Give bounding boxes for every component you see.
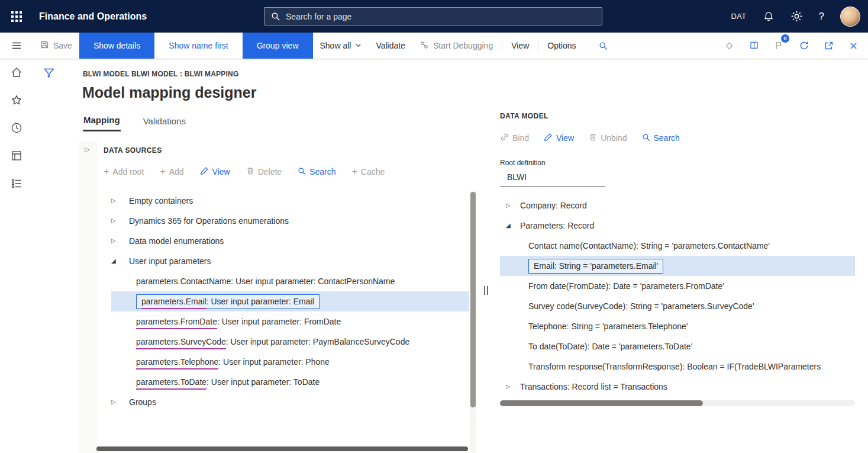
- bind-button[interactable]: Bind: [500, 133, 529, 143]
- show-details-button[interactable]: Show details: [79, 33, 154, 59]
- root-definition-field[interactable]: BLWI: [500, 170, 605, 187]
- user-avatar[interactable]: [840, 7, 860, 27]
- open-in-new-window-icon[interactable]: [819, 36, 838, 56]
- tree-item-parameters-surveycode[interactable]: parameters.SurveyCode: User input parame…: [96, 332, 469, 352]
- tree-item-parameters-email[interactable]: parameters.Email: User input parameter: …: [111, 291, 469, 311]
- tree-item-company[interactable]: Company: Record: [493, 195, 855, 216]
- waffle-grid-icon: [11, 11, 22, 22]
- search-button[interactable]: Search: [642, 133, 680, 143]
- scrollbar-thumb[interactable]: [500, 400, 703, 406]
- filter-funnel-icon[interactable]: [43, 66, 56, 79]
- tree-item-transform-response[interactable]: Transform response(TransformResponse): B…: [493, 356, 855, 377]
- chevron-collapsed-icon[interactable]: [111, 198, 120, 204]
- bell-icon[interactable]: [763, 11, 775, 23]
- collapse-pane-chevron-icon[interactable]: [85, 146, 89, 153]
- cache-button[interactable]: Cache: [351, 167, 385, 176]
- chevron-collapsed-icon[interactable]: [111, 238, 120, 244]
- add-root-button[interactable]: Add root: [104, 167, 144, 176]
- chevron-expanded-icon[interactable]: [506, 223, 514, 229]
- tree-item-label: Email: String = 'parameters.Email': [534, 261, 658, 271]
- message-center-flag-icon[interactable]: 0: [769, 36, 789, 56]
- button-label: Add: [169, 167, 184, 176]
- view-menu-button[interactable]: View: [504, 33, 536, 59]
- button-label: Search: [309, 167, 335, 176]
- global-search-box[interactable]: [264, 7, 602, 25]
- tree-item-empty-containers[interactable]: Empty containers: [96, 191, 469, 211]
- add-button[interactable]: Add: [160, 167, 183, 176]
- pencil-icon: [200, 166, 209, 177]
- sitemap-menu-icon[interactable]: [10, 177, 23, 190]
- app-title: Finance and Operations: [39, 11, 147, 22]
- options-menu-button[interactable]: Options: [540, 33, 583, 59]
- close-icon[interactable]: [844, 36, 863, 56]
- tree-item-parameters[interactable]: Parameters: Record: [493, 216, 855, 236]
- tree-item-d365-operations-enumerations[interactable]: Dynamics 365 for Operations enumerations: [96, 211, 469, 231]
- tree-item-parameters-contactname[interactable]: parameters.ContactName: User input param…: [96, 271, 469, 291]
- help-icon[interactable]: ?: [819, 11, 824, 23]
- start-debugging-button[interactable]: Start Debugging: [412, 33, 500, 59]
- tab-validations[interactable]: Validations: [143, 115, 186, 131]
- chevron-collapsed-icon[interactable]: [111, 218, 120, 224]
- view-button[interactable]: View: [544, 133, 574, 143]
- button-label: Bind: [512, 133, 529, 143]
- tree-item-label: Groups: [129, 397, 156, 407]
- task-guide-book-icon[interactable]: [744, 36, 764, 56]
- delete-button[interactable]: Delete: [246, 166, 282, 177]
- tab-mapping[interactable]: Mapping: [83, 115, 121, 131]
- tree-item-user-input-parameters[interactable]: User input parameters: [96, 251, 469, 271]
- root-definition-label: Root definition: [500, 159, 546, 167]
- top-navigation-bar: Finance and Operations DAT ?: [0, 0, 868, 33]
- save-button[interactable]: Save: [33, 33, 79, 59]
- find-in-page-icon[interactable]: [591, 33, 616, 59]
- show-name-first-button[interactable]: Show name first: [154, 33, 242, 59]
- recent-clock-icon[interactable]: [10, 121, 23, 134]
- tree-item-email[interactable]: Email: String = 'parameters.Email': [500, 256, 855, 276]
- splitter-grip-icon[interactable]: [484, 286, 488, 295]
- search-input[interactable]: [286, 12, 595, 21]
- search-button[interactable]: Search: [298, 167, 335, 177]
- collapse-pane-strip: [79, 141, 96, 453]
- tree-item-telephone[interactable]: Telephone: String = 'parameters.Telephon…: [493, 316, 855, 336]
- validate-button[interactable]: Validate: [369, 33, 412, 59]
- tree-item-label: Company: Record: [520, 201, 587, 210]
- app-launcher-waffle-icon[interactable]: [0, 0, 33, 33]
- home-icon[interactable]: [10, 66, 23, 79]
- topbar-right-cluster: DAT ?: [731, 0, 868, 33]
- tree-item-groups[interactable]: Groups: [96, 392, 469, 412]
- data-sources-horizontal-scrollbar[interactable]: [96, 446, 468, 452]
- chevron-collapsed-icon[interactable]: [506, 203, 514, 208]
- node-description: : User input parameter: PaymBalanceSurve…: [226, 337, 409, 346]
- page-title: Model mapping designer: [82, 84, 256, 101]
- tree-item-contact-name[interactable]: Contact name(ContactName): String = 'par…: [493, 236, 855, 256]
- gear-icon[interactable]: [790, 10, 803, 23]
- chevron-expanded-icon[interactable]: [111, 258, 120, 264]
- data-model-horizontal-scrollbar[interactable]: [500, 400, 855, 406]
- tree-item-label: From date(FromDate): Date = 'parameters.…: [528, 281, 724, 291]
- show-all-dropdown[interactable]: Show all: [313, 33, 369, 59]
- view-button[interactable]: View: [200, 166, 230, 177]
- tree-item-parameters-telephone[interactable]: parameters.Telephone: User input paramet…: [96, 352, 469, 372]
- group-view-button[interactable]: Group view: [243, 33, 313, 59]
- scrollbar-thumb[interactable]: [96, 446, 468, 451]
- tree-item-label: Parameters: Record: [520, 221, 594, 230]
- insights-diamond-icon[interactable]: [719, 36, 739, 56]
- panel-splitter[interactable]: [481, 141, 491, 453]
- tree-item-parameters-fromdate[interactable]: parameters.FromDate: User input paramete…: [96, 311, 469, 332]
- tree-item-label: Empty containers: [129, 196, 193, 205]
- data-sources-vertical-scrollbar[interactable]: [470, 191, 476, 453]
- scrollbar-thumb[interactable]: [470, 192, 476, 407]
- tree-item-parameters-todate[interactable]: parameters.ToDate: User input parameter:…: [96, 372, 469, 392]
- tree-item-to-date[interactable]: To date(ToDate): Date = 'parameters.ToDa…: [493, 336, 855, 356]
- tree-item-transactions[interactable]: Transactions: Record list = Transactions: [493, 377, 855, 397]
- favorites-star-icon[interactable]: [10, 94, 23, 107]
- hamburger-menu-icon[interactable]: [0, 33, 33, 59]
- workspaces-icon[interactable]: [10, 149, 23, 162]
- tree-item-survey-code[interactable]: Survey code(SurveyCode): String = 'param…: [493, 296, 855, 316]
- refresh-icon[interactable]: [794, 36, 814, 56]
- chevron-collapsed-icon[interactable]: [111, 399, 120, 405]
- tree-item-from-date[interactable]: From date(FromDate): Date = 'parameters.…: [493, 276, 855, 296]
- tree-item-data-model-enumerations[interactable]: Data model enumerations: [96, 231, 469, 251]
- unbind-button[interactable]: Unbind: [589, 133, 627, 143]
- start-debugging-icon: [420, 40, 429, 52]
- chevron-collapsed-icon[interactable]: [506, 384, 514, 390]
